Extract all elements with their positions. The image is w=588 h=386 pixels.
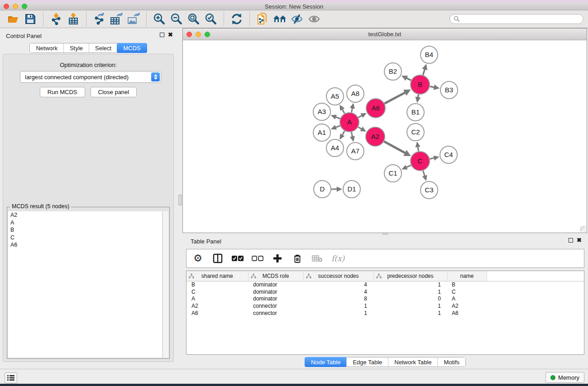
mcds-result-item[interactable]: C: [8, 234, 162, 242]
network-window-titlebar[interactable]: testGlobe.txt: [183, 29, 587, 40]
deselect-all-button[interactable]: [252, 253, 263, 264]
tab-style[interactable]: Style: [63, 43, 89, 52]
delete-table-button[interactable]: [311, 253, 323, 264]
graph-edge[interactable]: [342, 131, 344, 135]
graph-node-label: A2: [371, 133, 379, 140]
select-all-button[interactable]: [232, 253, 244, 264]
function-builder-button[interactable]: f(x): [331, 254, 344, 263]
mcds-result-item[interactable]: A2: [8, 211, 162, 219]
graph-edge[interactable]: [335, 126, 340, 128]
home-layout-button[interactable]: [273, 12, 287, 26]
graph-node-label: B2: [389, 67, 397, 75]
close-panel-icon[interactable]: ✖: [168, 33, 173, 37]
network-canvas[interactable]: AA1A2A3A4A5A6A7A8BB1B2B3B4CC1C2C3C4DD1: [183, 40, 587, 233]
graph-node-label: A7: [351, 147, 359, 155]
network-graph[interactable]: AA1A2A3A4A5A6A7A8BB1B2B3B4CC1C2C3C4DD1: [183, 40, 587, 233]
graph-edge[interactable]: [351, 132, 352, 137]
graph-node-label: A3: [318, 108, 326, 115]
mcds-result-item[interactable]: A: [8, 219, 162, 227]
graph-edge[interactable]: [430, 86, 435, 87]
list-icon: [7, 375, 14, 381]
graph-edge[interactable]: [406, 78, 411, 80]
graph-edge[interactable]: [423, 171, 425, 176]
column-header-mcds-role[interactable]: MCDS role: [248, 271, 303, 281]
graph-node-label: B1: [411, 108, 420, 116]
graph-edge[interactable]: [358, 115, 362, 118]
float-table-panel-icon[interactable]: [569, 238, 573, 243]
table-row[interactable]: A6connector11A6: [186, 310, 584, 317]
hide-eye-button[interactable]: [290, 12, 304, 26]
tab-node-table[interactable]: Node Table: [305, 357, 347, 367]
copy-network-button[interactable]: [256, 12, 269, 26]
mcds-result-item[interactable]: A6: [8, 241, 162, 249]
import-network-button[interactable]: [49, 12, 63, 26]
delete-row-button[interactable]: [292, 253, 303, 264]
graph-edge[interactable]: [406, 165, 411, 167]
save-session-button[interactable]: [24, 12, 37, 26]
column-tree-icon: [251, 273, 256, 280]
graph-node-label: A6: [372, 104, 380, 112]
import-table-button[interactable]: [67, 12, 80, 26]
tab-network-table[interactable]: Network Table: [388, 357, 437, 367]
tab-select[interactable]: Select: [89, 43, 117, 52]
table-row[interactable]: A2connector11A2: [186, 302, 584, 310]
graph-edge[interactable]: [351, 108, 352, 113]
close-table-panel-icon[interactable]: ✖: [577, 238, 582, 243]
zoom-out-button[interactable]: [170, 12, 183, 26]
column-header-name[interactable]: name: [447, 271, 487, 281]
show-columns-button[interactable]: [212, 253, 224, 264]
graph-edge[interactable]: [418, 147, 419, 151]
tab-motifs[interactable]: Motifs: [437, 357, 465, 367]
tab-network[interactable]: Network: [30, 43, 63, 52]
zoom-selected-icon: [205, 13, 217, 25]
mcds-result-item[interactable]: B: [8, 226, 162, 234]
task-history-button[interactable]: [5, 372, 17, 383]
table-row[interactable]: Adominator80A: [186, 295, 584, 302]
graph-node-label: B4: [425, 51, 433, 58]
graph-edge[interactable]: [335, 117, 340, 119]
show-eye-button[interactable]: [307, 12, 321, 26]
dropdown-stepper-icon: [151, 72, 160, 81]
export-table-button[interactable]: [110, 12, 123, 26]
graph-edge[interactable]: [418, 95, 418, 98]
graph-edge[interactable]: [430, 158, 434, 159]
criterion-dropdown[interactable]: largest connected component (directed): [20, 71, 161, 83]
graph-edge[interactable]: [384, 92, 405, 103]
zoom-fit-button[interactable]: [187, 12, 201, 26]
refresh-icon: [231, 13, 243, 25]
memory-button[interactable]: Memory: [545, 372, 584, 383]
resize-grip-icon[interactable]: [580, 226, 586, 232]
column-header-predecessor-nodes[interactable]: predecessor nodes: [373, 271, 447, 281]
result-scrollbar[interactable]: [163, 211, 168, 357]
table-settings-button[interactable]: ⚙: [192, 253, 204, 264]
search-input[interactable]: [462, 16, 579, 22]
vertical-splitter-handle[interactable]: [178, 195, 182, 205]
refresh-view-button[interactable]: [230, 12, 244, 26]
zoom-selected-button[interactable]: [204, 12, 218, 26]
tab-edge-table[interactable]: Edge Table: [346, 357, 388, 367]
column-tree-icon: [306, 273, 311, 280]
graph-edge[interactable]: [384, 142, 405, 153]
table-row[interactable]: Cdominator41C: [186, 288, 584, 295]
float-panel-icon[interactable]: [160, 33, 164, 37]
export-network-button[interactable]: [92, 12, 106, 26]
close-panel-button[interactable]: Close panel: [91, 87, 137, 97]
zoom-in-button[interactable]: [153, 12, 166, 26]
export-image-button[interactable]: [127, 12, 140, 26]
graph-edge[interactable]: [342, 109, 344, 114]
table-row[interactable]: Bdominator41B: [186, 281, 584, 288]
search-box[interactable]: [449, 14, 583, 24]
column-header-shared-name[interactable]: shared name: [186, 271, 248, 281]
graph-edge[interactable]: [358, 127, 362, 129]
run-mcds-button[interactable]: Run MCDS: [40, 87, 85, 97]
graph-edge[interactable]: [423, 69, 425, 75]
export-table-icon: [110, 13, 123, 25]
column-header-successor-nodes[interactable]: successor nodes: [303, 271, 373, 281]
toolbar-separator: [43, 12, 43, 26]
add-row-button[interactable]: [272, 253, 283, 264]
graph-edge-arrowhead: [415, 97, 421, 103]
open-folder-icon: [7, 13, 19, 25]
open-session-button[interactable]: [6, 12, 20, 26]
tab-mcds[interactable]: MCDS: [117, 43, 147, 53]
graph-edge-arrowhead: [422, 175, 427, 181]
